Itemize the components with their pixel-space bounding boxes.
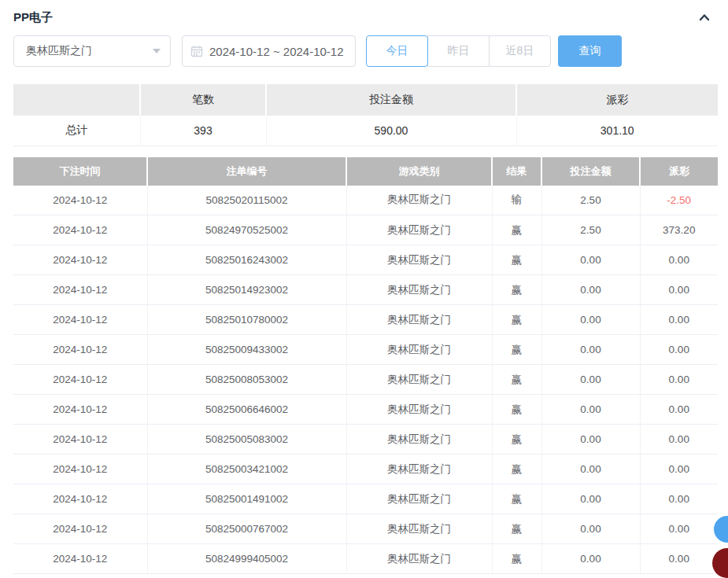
cell-payout: 0.00	[640, 335, 718, 365]
detail-table-body: 2024-10-12 50825020115002 奥林匹斯之门 输 2.50 …	[13, 186, 718, 574]
cell-game-category: 奥林匹斯之门	[346, 186, 492, 215]
cell-bet-number: 50824970525002	[147, 215, 346, 245]
cell-result: 赢	[492, 455, 541, 484]
summary-header-payout: 派彩	[516, 84, 718, 116]
cell-bet-amount: 0.00	[541, 544, 640, 574]
summary-total-count: 393	[140, 116, 266, 145]
quick-range-button-group: 今日 昨日 近8日	[366, 35, 551, 67]
cell-game-category: 奥林匹斯之门	[346, 395, 492, 425]
summary-table: 笔数 投注金额 派彩 总计 393 590.00 301.10	[13, 84, 718, 146]
cell-game-category: 奥林匹斯之门	[346, 245, 492, 275]
cell-game-category: 奥林匹斯之门	[346, 455, 492, 484]
cell-result: 输	[492, 186, 541, 215]
cell-result: 赢	[492, 275, 541, 305]
summary-header-empty	[13, 84, 140, 116]
cell-bet-number: 50825010780002	[147, 305, 346, 335]
detail-header-row: 下注时间 注单编号 游戏类别 结果 投注金额 派彩	[13, 157, 718, 186]
table-row: 2024-10-12 50824970525002 奥林匹斯之门 赢 2.50 …	[13, 215, 718, 245]
cell-payout: 0.00	[640, 365, 718, 395]
cell-bet-number: 50825020115002	[147, 186, 346, 215]
cell-bet-time: 2024-10-12	[13, 186, 147, 215]
cell-bet-time: 2024-10-12	[13, 484, 147, 514]
table-row: 2024-10-12 50825005083002 奥林匹斯之门 赢 0.00 …	[13, 425, 718, 455]
chevron-up-icon	[698, 11, 711, 24]
cell-result: 赢	[492, 215, 541, 245]
col-header-bet-amount: 投注金额	[541, 157, 640, 186]
table-row: 2024-10-12 50825003421002 奥林匹斯之门 赢 0.00 …	[13, 455, 718, 484]
cell-result: 赢	[492, 365, 541, 395]
cell-result: 赢	[492, 245, 541, 275]
game-select[interactable]: 奥林匹斯之门	[13, 35, 171, 67]
cell-bet-time: 2024-10-12	[13, 365, 147, 395]
today-button[interactable]: 今日	[366, 35, 428, 67]
cell-bet-number: 50825014923002	[147, 275, 346, 305]
table-row: 2024-10-12 50825008053002 奥林匹斯之门 赢 0.00 …	[13, 365, 718, 395]
cell-bet-time: 2024-10-12	[13, 395, 147, 425]
cell-bet-time: 2024-10-12	[13, 514, 147, 544]
yesterday-button[interactable]: 昨日	[427, 35, 490, 67]
last-8-days-button[interactable]: 近8日	[489, 35, 551, 67]
cell-bet-number: 50825000767002	[147, 514, 346, 544]
col-header-bet-number: 注单编号	[147, 157, 346, 186]
table-row: 2024-10-12 50825016243002 奥林匹斯之门 赢 0.00 …	[13, 245, 718, 275]
summary-total-label: 总计	[13, 116, 140, 145]
cell-payout: 0.00	[640, 544, 718, 574]
col-header-payout: 派彩	[640, 157, 718, 186]
table-row: 2024-10-12 50825006646002 奥林匹斯之门 赢 0.00 …	[13, 395, 718, 425]
cell-result: 赢	[492, 484, 541, 514]
cell-bet-amount: 0.00	[541, 455, 640, 484]
cell-payout: 373.20	[640, 215, 718, 245]
table-row: 2024-10-12 50825000767002 奥林匹斯之门 赢 0.00 …	[13, 514, 718, 544]
cell-bet-time: 2024-10-12	[13, 455, 147, 484]
cell-result: 赢	[492, 305, 541, 335]
cell-bet-amount: 0.00	[541, 514, 640, 544]
cell-bet-amount: 0.00	[541, 484, 640, 514]
cell-bet-time: 2024-10-12	[13, 335, 147, 365]
cell-result: 赢	[492, 544, 541, 574]
panel-header: PP电子	[0, 0, 728, 25]
table-row: 2024-10-12 50825014923002 奥林匹斯之门 赢 0.00 …	[13, 275, 718, 305]
cell-bet-number: 50825008053002	[147, 365, 346, 395]
summary-header-row: 笔数 投注金额 派彩	[13, 84, 718, 116]
summary-header-count: 笔数	[140, 84, 266, 116]
filter-bar: 奥林匹斯之门 2024-10-12 ~ 2024-10-12	[13, 35, 728, 67]
cell-bet-amount: 0.00	[541, 365, 640, 395]
cell-payout: 0.00	[640, 245, 718, 275]
table-row: 2024-10-12 50825010780002 奥林匹斯之门 赢 0.00 …	[13, 305, 718, 335]
collapse-button[interactable]	[697, 9, 712, 25]
cell-game-category: 奥林匹斯之门	[346, 484, 492, 514]
cell-game-category: 奥林匹斯之门	[346, 305, 492, 335]
detail-table: 下注时间 注单编号 游戏类别 结果 投注金额 派彩 2024-10-12 508…	[13, 157, 718, 575]
cell-bet-number: 50825006646002	[147, 395, 346, 425]
game-select-value: 奥林匹斯之门	[26, 44, 92, 58]
cell-bet-amount: 0.00	[541, 245, 640, 275]
cell-bet-amount: 2.50	[541, 215, 640, 245]
summary-header-bet-amount: 投注金额	[266, 84, 516, 116]
cell-game-category: 奥林匹斯之门	[346, 365, 492, 395]
cell-bet-time: 2024-10-12	[13, 245, 147, 275]
cell-bet-amount: 0.00	[541, 335, 640, 365]
col-header-game-category: 游戏类别	[346, 157, 492, 186]
col-header-bet-time: 下注时间	[13, 157, 147, 186]
cell-bet-time: 2024-10-12	[13, 305, 147, 335]
cell-bet-amount: 2.50	[541, 186, 640, 215]
cell-game-category: 奥林匹斯之门	[346, 425, 492, 455]
cell-bet-number: 50824999405002	[147, 544, 346, 574]
cell-bet-time: 2024-10-12	[13, 425, 147, 455]
cell-bet-number: 50825005083002	[147, 425, 346, 455]
cell-game-category: 奥林匹斯之门	[346, 335, 492, 365]
search-button[interactable]: 查询	[558, 35, 622, 67]
cell-result: 赢	[492, 335, 541, 365]
pp-electronic-report-panel: PP电子 奥林匹斯之门	[0, 0, 728, 578]
cell-bet-time: 2024-10-12	[13, 544, 147, 574]
date-range-input[interactable]: 2024-10-12 ~ 2024-10-12	[182, 35, 356, 67]
cell-game-category: 奥林匹斯之门	[346, 544, 492, 574]
table-row: 2024-10-12 50825020115002 奥林匹斯之门 输 2.50 …	[13, 186, 718, 215]
table-row: 2024-10-12 50825009433002 奥林匹斯之门 赢 0.00 …	[13, 335, 718, 365]
date-range-value: 2024-10-12 ~ 2024-10-12	[209, 45, 344, 58]
cell-payout: -2.50	[640, 186, 718, 215]
col-header-result: 结果	[492, 157, 541, 186]
cell-game-category: 奥林匹斯之门	[346, 275, 492, 305]
cell-bet-number: 50825003421002	[147, 455, 346, 484]
cell-payout: 0.00	[640, 484, 718, 514]
